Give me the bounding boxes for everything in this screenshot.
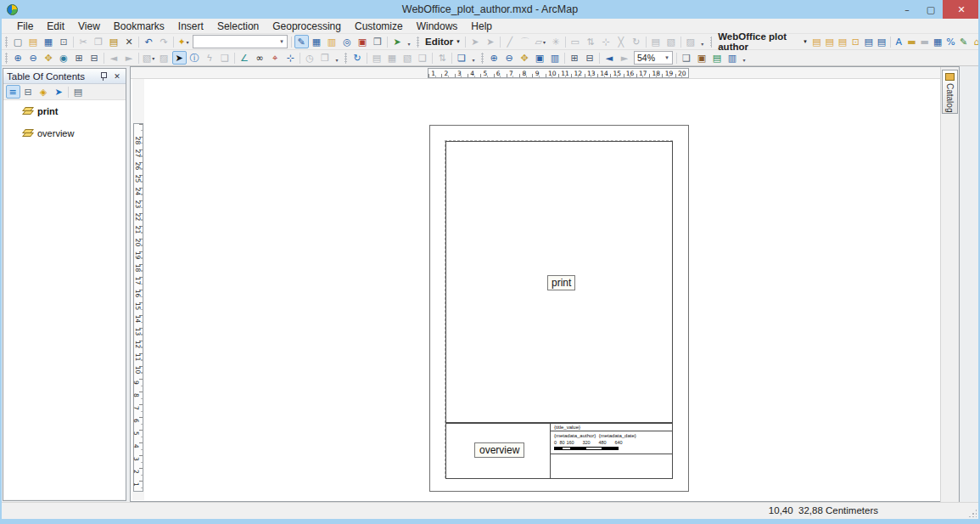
title-block-empty-cell[interactable] [551, 454, 672, 478]
overview-data-frame[interactable]: overview [446, 424, 551, 478]
edit-tool-button[interactable]: ➤ [468, 35, 482, 48]
data-driven-pages-button[interactable]: ❏ [455, 51, 469, 65]
toolbar-overflow-icon[interactable]: ▾ [698, 35, 707, 48]
paste-button[interactable]: ▤ [107, 35, 121, 48]
zoom-out-button[interactable]: ⊖ [26, 51, 41, 65]
menu-view[interactable]: View [71, 20, 107, 33]
toolbar-grip[interactable] [5, 37, 8, 48]
vertical-ruler-scale[interactable]: 1234567891011121314151617181920212223242… [133, 123, 143, 492]
toolbar-overflow-icon[interactable]: ▾ [405, 35, 413, 48]
list-by-selection-button[interactable]: ➤ [52, 85, 66, 99]
find-button[interactable]: ∞ [253, 51, 267, 65]
html-popup-button[interactable]: ❑ [218, 51, 232, 65]
attributes-button[interactable]: ▤ [648, 35, 663, 48]
list-by-source-button[interactable]: ⊟ [21, 85, 36, 99]
layout-canvas[interactable]: 1234567891011121314151617181920 12345678… [130, 66, 960, 502]
layout-zoom-out-button[interactable]: ⊖ [502, 51, 517, 65]
toolbar-grip[interactable] [481, 53, 484, 64]
chevron-down-icon[interactable]: ▾ [662, 54, 672, 61]
menu-selection[interactable]: Selection [210, 20, 266, 33]
save-button[interactable]: ▦ [42, 35, 56, 48]
layout-page[interactable]: print overview {title_value} {metadata_a… [429, 125, 689, 492]
wo-home-add-tool-button[interactable]: ⌂ [971, 35, 980, 48]
menu-bookmarks[interactable]: Bookmarks [107, 20, 171, 33]
cut-button[interactable]: ✂ [76, 35, 91, 48]
rotate-tool-button[interactable]: ↻ [629, 35, 643, 48]
edit-annotation-tool-button[interactable]: ➤ [483, 35, 497, 48]
add-data-button[interactable]: ✦▾ [176, 35, 191, 48]
pan-button[interactable]: ✥ [42, 51, 56, 65]
go-forward-extent-button[interactable]: ► [122, 51, 137, 65]
fixed-zoom-out-button[interactable]: ⊟ [87, 51, 102, 65]
list-by-drawing-order-button[interactable]: ≡ [6, 85, 20, 99]
wo-plot-tool-2-button[interactable]: ▤ [824, 35, 836, 48]
redo-button[interactable]: ↷ [157, 35, 171, 48]
frame-tool-5-button[interactable]: ⇅ [435, 51, 450, 65]
catalog-window-button[interactable]: ▥ [325, 35, 339, 48]
go-back-extent-button[interactable]: ◄ [107, 51, 121, 65]
menu-help[interactable]: Help [464, 20, 499, 33]
endpoint-arc-segment-button[interactable]: ⌒ [518, 35, 532, 48]
toc-item-print[interactable]: print [22, 105, 126, 116]
toolbar-grip[interactable] [5, 53, 8, 64]
toc-close-icon[interactable]: ✕ [112, 72, 122, 81]
frame-tool-3-button[interactable]: ▧ [400, 51, 415, 65]
layout-zoom-combo-value[interactable]: 54% [635, 53, 662, 63]
chevron-down-icon[interactable]: ▾ [277, 38, 287, 45]
menu-insert[interactable]: Insert [171, 20, 210, 33]
cut-polygons-button[interactable]: ╳ [613, 35, 628, 48]
layout-go-forward-extent-button[interactable]: ► [618, 51, 632, 65]
zoom-whole-page-button[interactable]: ▣ [533, 51, 547, 65]
layout-zoom-combo[interactable]: 54%▾ [634, 51, 673, 65]
reshape-feature-button[interactable]: ⇅ [583, 35, 597, 48]
map-scale-combo[interactable]: ▾ [193, 35, 288, 48]
wo-save-tool-button[interactable]: ▦ [932, 35, 944, 48]
wo-plot-tool-5-button[interactable]: ▤ [863, 35, 875, 48]
wo-title-tool-2-button[interactable]: ▬ [919, 35, 931, 48]
data-frame-rotate-button[interactable]: ↻ [350, 51, 365, 65]
time-slider-button[interactable]: ◷ [303, 51, 317, 65]
data-driven-page-setup-button[interactable]: ▥ [725, 51, 740, 65]
overview-frame-label[interactable]: overview [474, 442, 524, 458]
hyperlink-button[interactable]: ϟ [203, 51, 217, 65]
measure-button[interactable]: ∠ [238, 51, 252, 65]
python-window-button[interactable]: ❒ [371, 35, 385, 48]
weboffice-plot-author-menu[interactable]: WebOffice plot author▾ [714, 35, 810, 48]
sketch-properties-button[interactable]: ▧ [664, 35, 678, 48]
wo-plot-tool-1-button[interactable]: ▤ [810, 35, 822, 48]
go-to-xy-button[interactable]: ⊹ [283, 51, 298, 65]
title-block[interactable]: {title_value} {metadata_author} {metadat… [551, 424, 672, 478]
title-block-title[interactable]: {title_value} [551, 424, 672, 431]
horizontal-ruler-scale[interactable]: 1234567891011121314151617181920 [428, 68, 689, 78]
search-window-button[interactable]: ◎ [340, 35, 355, 48]
table-window-button[interactable]: ▦ [310, 35, 324, 48]
wo-plot-tool-6-button[interactable]: ▤ [876, 35, 888, 48]
clear-selected-features-button[interactable]: ▨ [157, 51, 171, 65]
point-tool-button[interactable]: ✳ [548, 35, 563, 48]
menu-customize[interactable]: Customize [348, 20, 410, 33]
full-extent-button[interactable]: ◉ [57, 51, 71, 65]
frame-tool-4-button[interactable]: ❑ [416, 51, 430, 65]
toggle-draft-mode-button[interactable]: ❑ [680, 51, 694, 65]
resize-grip[interactable] [968, 509, 977, 517]
toolbar-grip[interactable] [417, 37, 419, 48]
wo-print-tool-button[interactable]: ⊡ [849, 35, 861, 48]
copy-button[interactable]: ❐ [92, 35, 106, 48]
edit-vertices-button[interactable]: ▭ [568, 35, 582, 48]
menu-windows[interactable]: Windows [410, 20, 465, 33]
select-features-button[interactable]: ▧▾ [142, 51, 156, 65]
frame-tool-1-button[interactable]: ▤ [370, 51, 384, 65]
straight-segment-button[interactable]: ╱ [502, 35, 517, 48]
select-elements-button[interactable]: ➤ [172, 51, 187, 65]
change-layout-button[interactable]: ▤ [710, 51, 725, 65]
frame-tool-2-button[interactable]: ▦ [385, 51, 400, 65]
list-by-visibility-button[interactable]: ◈ [36, 85, 51, 99]
undo-button[interactable]: ↶ [142, 35, 156, 48]
toolbar-grip[interactable] [344, 53, 347, 64]
editor-menu[interactable]: Editor▾ [422, 35, 463, 48]
create-features-button[interactable]: ▨ [683, 35, 697, 48]
identify-button[interactable]: ⓘ [188, 51, 202, 65]
fixed-zoom-in-button[interactable]: ⊞ [72, 51, 87, 65]
editor-toolbar-toggle-button[interactable]: ✎ [294, 35, 309, 48]
toolbar-grip[interactable] [710, 37, 712, 48]
